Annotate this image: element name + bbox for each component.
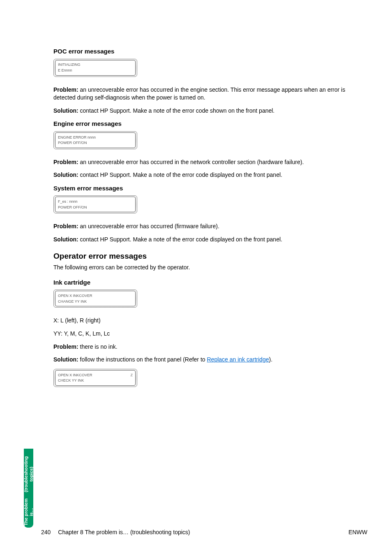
lcd-line-2: CHANGE YY INK xyxy=(58,299,133,304)
ink-heading: Ink cartridge xyxy=(53,278,367,287)
ink-yy-line: YY: Y, M, C, K, Lm, Lc xyxy=(53,330,367,338)
engine-problem: Problem: an unrecoverable error has occu… xyxy=(53,158,367,167)
solution-label: Solution: xyxy=(53,171,78,178)
solution-pre: follow the instructions on the front pan… xyxy=(78,356,207,363)
lcd-inner: OPEN X INKCOVER Z CHECK YY INK xyxy=(55,370,136,386)
poc-lcd: INITIALIZING E Ennnn xyxy=(53,59,367,77)
lcd-line-1: F_es : nnnn xyxy=(58,199,133,204)
solution-post: ). xyxy=(269,356,272,363)
lcd-inner: F_es : nnnn POWER OFF/ON xyxy=(55,197,136,212)
lcd-text: INITIALIZING xyxy=(58,62,81,67)
page-footer: 240 Chapter 8 The problem is… (troublesh… xyxy=(0,529,392,535)
lcd-line-1: ENGINE ERROR nnnn xyxy=(58,135,133,140)
ink-problem: Problem: there is no ink. xyxy=(53,343,367,351)
operator-heading: Operator error messages xyxy=(53,251,367,262)
lcd-text: F_es : nnnn xyxy=(58,199,78,204)
lcd-right-text: Z xyxy=(131,373,133,378)
chapter-text: Chapter 8 The problem is… (troubleshooti… xyxy=(58,529,190,535)
side-tab-line-1: The problem is… xyxy=(23,496,33,528)
ink-x-line: X: L (left), R (right) xyxy=(53,317,367,325)
system-problem: Problem: an unrecoverable error has occu… xyxy=(53,222,367,231)
lcd-line-2: CHECK YY INK xyxy=(58,378,133,383)
lcd-text: CHECK YY INK xyxy=(58,378,84,383)
problem-text: an unrecoverable error has occurred (fir… xyxy=(78,223,219,229)
lcd-text: OPEN X INKCOVER xyxy=(58,293,92,299)
solution-label: Solution: xyxy=(53,236,78,243)
lcd-outer: ENGINE ERROR nnnn POWER OFF/ON xyxy=(53,131,137,149)
lcd-text: POWER OFF/ON xyxy=(58,205,87,210)
system-heading: System error messages xyxy=(53,184,367,192)
problem-label: Problem: xyxy=(53,159,78,165)
lcd-inner: OPEN X INKCOVER CHANGE YY INK xyxy=(55,291,136,306)
lcd-inner: ENGINE ERROR nnnn POWER OFF/ON xyxy=(55,132,136,148)
lcd-text: CHANGE YY INK xyxy=(58,299,87,304)
system-lcd: F_es : nnnn POWER OFF/ON xyxy=(53,195,367,213)
engine-solution: Solution: contact HP Support. Make a not… xyxy=(53,171,367,179)
replace-ink-link[interactable]: Replace an ink cartridge xyxy=(207,356,269,363)
problem-text: there is no ink. xyxy=(78,343,118,350)
lcd-line-2: E Ennnn xyxy=(58,68,133,73)
footer-left: 240 Chapter 8 The problem is… (troublesh… xyxy=(41,529,190,535)
solution-label: Solution: xyxy=(53,356,78,363)
poc-solution: Solution: contact HP Support. Make a not… xyxy=(53,107,367,115)
lcd-line-1: OPEN X INKCOVER xyxy=(58,293,133,299)
ink-lcd-2: OPEN X INKCOVER Z CHECK YY INK xyxy=(53,369,367,387)
page-content: POC error messages INITIALIZING E Ennnn … xyxy=(0,0,392,387)
lcd-outer: INITIALIZING E Ennnn xyxy=(53,59,137,77)
lcd-text: E Ennnn xyxy=(58,68,72,73)
solution-text: contact HP Support. Make a note of the e… xyxy=(78,107,275,114)
poc-heading: POC error messages xyxy=(53,47,367,56)
problem-text: an unrecoverable error has occurred in t… xyxy=(53,86,345,101)
lcd-line-2: POWER OFF/ON xyxy=(58,140,133,146)
problem-label: Problem: xyxy=(53,86,78,93)
lcd-line-2: POWER OFF/ON xyxy=(58,205,133,210)
side-tab-line-2: (troubleshooting topics) xyxy=(23,452,33,496)
lcd-text: ENGINE ERROR nnnn xyxy=(58,135,96,140)
side-tab: The problem is… (troubleshooting topics) xyxy=(24,449,33,528)
lcd-text: POWER OFF/ON xyxy=(58,140,87,146)
engine-heading: Engine error messages xyxy=(53,120,367,128)
ink-lcd-1: OPEN X INKCOVER CHANGE YY INK xyxy=(53,290,367,308)
lcd-outer: OPEN X INKCOVER CHANGE YY INK xyxy=(53,290,137,308)
lcd-outer: OPEN X INKCOVER Z CHECK YY INK xyxy=(53,369,137,387)
operator-intro: The following errors can be corrected by… xyxy=(53,264,367,272)
engine-lcd: ENGINE ERROR nnnn POWER OFF/ON xyxy=(53,131,367,149)
problem-text: an unrecoverable error has occurred in t… xyxy=(78,159,304,165)
lcd-inner: INITIALIZING E Ennnn xyxy=(55,60,136,76)
problem-label: Problem: xyxy=(53,223,78,229)
page-number: 240 xyxy=(41,529,51,535)
footer-right: ENWW xyxy=(348,529,367,535)
lcd-outer: F_es : nnnn POWER OFF/ON xyxy=(53,195,137,213)
poc-problem: Problem: an unrecoverable error has occu… xyxy=(53,86,367,102)
lcd-line-1: OPEN X INKCOVER Z xyxy=(58,373,133,378)
solution-text: contact HP Support. Make a note of the e… xyxy=(78,236,282,243)
problem-label: Problem: xyxy=(53,343,78,350)
system-solution: Solution: contact HP Support. Make a not… xyxy=(53,236,367,244)
lcd-line-1: INITIALIZING xyxy=(58,62,133,67)
ink-solution: Solution: follow the instructions on the… xyxy=(53,356,367,364)
lcd-text: OPEN X INKCOVER xyxy=(58,373,92,378)
solution-label: Solution: xyxy=(53,107,78,114)
solution-text: contact HP Support. Make a note of the e… xyxy=(78,171,282,178)
